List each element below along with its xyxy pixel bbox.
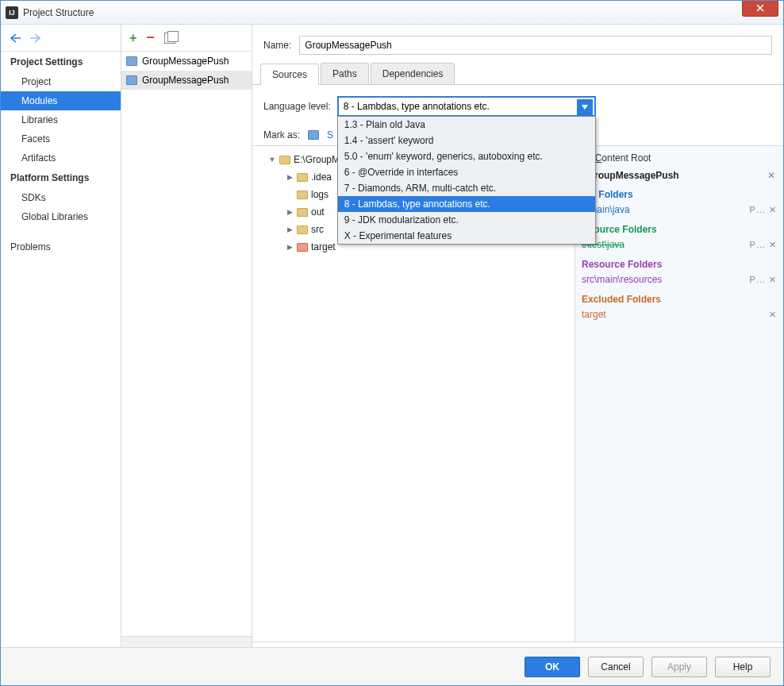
folder-icon <box>297 191 308 199</box>
remove-content-root-icon[interactable]: ✕ <box>766 170 777 181</box>
module-tabs: Sources Paths Dependencies <box>252 63 783 85</box>
resource-folder-path[interactable]: src\main\resources <box>582 274 662 285</box>
module-list-hscroll[interactable] <box>121 636 252 647</box>
sidebar-item-sdks[interactable]: SDKs <box>1 188 121 207</box>
section-platform-settings: Platform Settings <box>1 168 121 188</box>
combo-dropdown-icon[interactable] <box>577 99 593 115</box>
section-project-settings: Project Settings <box>1 52 121 72</box>
folder-icon <box>297 225 308 234</box>
lang-option[interactable]: 1.4 - 'assert' keyword <box>338 133 595 148</box>
app-icon: IJ <box>6 6 18 19</box>
remove-module-icon[interactable]: − <box>146 29 155 46</box>
help-button[interactable]: Help <box>715 657 771 677</box>
tree-twisty-icon[interactable]: ▶ <box>286 173 294 181</box>
test-source-folder-line[interactable]: c\test\java P… ✕ <box>582 238 777 251</box>
resource-folder-line[interactable]: src\main\resources P… ✕ <box>582 273 777 286</box>
sidebar-item-libraries[interactable]: Libraries <box>1 110 121 129</box>
content-root-path: .\GroupMessagePush <box>582 170 679 181</box>
tab-sources[interactable]: Sources <box>260 64 319 85</box>
folder-icon <box>279 156 290 164</box>
tab-paths[interactable]: Paths <box>321 63 369 84</box>
close-button[interactable] <box>742 1 778 17</box>
remove-folder-icon[interactable]: ✕ <box>769 310 777 320</box>
excluded-folder-line[interactable]: target ✕ <box>582 308 777 321</box>
module-item-label: GroupMessagePush <box>142 56 229 67</box>
lang-option-selected[interactable]: 8 - Lambdas, type annotations etc. <box>338 196 595 212</box>
titlebar: IJ Project Structure <box>1 1 783 25</box>
sources-tabpane: Language level: 8 - Lambdas, type annota… <box>252 85 783 647</box>
module-toolbar: + − <box>121 25 252 52</box>
module-item[interactable]: GroupMessagePush <box>121 71 252 90</box>
sidebar-item-facets[interactable]: Facets <box>1 129 121 148</box>
package-prefix-icon[interactable]: P… ✕ <box>750 240 777 250</box>
folder-icon <box>297 208 308 217</box>
project-structure-dialog: IJ Project Structure Project Settings Pr… <box>0 0 784 686</box>
excluded-folder-path[interactable]: target <box>582 309 606 320</box>
sidebar-item-artifacts[interactable]: Artifacts <box>1 148 121 168</box>
forward-arrow-icon[interactable] <box>29 33 40 44</box>
lang-option[interactable]: 1.3 - Plain old Java <box>338 117 595 133</box>
module-icon <box>126 56 137 66</box>
tree-twisty-icon[interactable]: ▶ <box>286 225 294 233</box>
resource-folders-title: Resource Folders <box>582 259 777 270</box>
test-source-folders-title: t Source Folders <box>582 224 777 235</box>
content-root-sidebar: xcluded dd Content Root .\GroupMessagePu… <box>575 146 783 642</box>
back-arrow-icon[interactable] <box>10 33 21 44</box>
add-content-root-link[interactable]: dd Content Root <box>582 152 777 164</box>
ok-button[interactable]: OK <box>525 657 580 677</box>
tree-node-label: .idea <box>311 172 332 183</box>
language-level-dropdown[interactable]: 1.3 - Plain old Java 1.4 - 'assert' keyw… <box>337 116 596 245</box>
apply-button[interactable]: Apply <box>651 657 707 677</box>
tree-twisty-icon[interactable]: ▼ <box>268 156 276 164</box>
tree-node-label: src <box>311 224 324 235</box>
name-label: Name: <box>263 40 291 51</box>
nav-arrows <box>1 25 121 52</box>
tree-root-label: E:\GroupM <box>294 154 340 165</box>
language-level-combo[interactable]: 8 - Lambdas, type annotations etc. 1.3 -… <box>337 96 596 117</box>
mark-as-label: Mark as: <box>263 129 300 141</box>
module-icon <box>126 75 137 85</box>
lang-option[interactable]: 7 - Diamonds, ARM, multi-catch etc. <box>338 180 595 196</box>
package-prefix-icon[interactable]: P… ✕ <box>750 205 777 215</box>
excluded-folder-icon <box>297 243 308 252</box>
module-editor: Name: Sources Paths Dependencies Languag… <box>252 25 783 647</box>
module-list-column: + − GroupMessagePush GroupMessagePush <box>121 25 252 647</box>
tree-node-label: out <box>311 206 325 218</box>
settings-sidebar: Project Settings Project Modules Librari… <box>1 25 121 647</box>
copy-module-icon[interactable] <box>164 33 175 44</box>
lang-option[interactable]: 6 - @Override in interfaces <box>338 164 595 180</box>
module-item[interactable]: GroupMessagePush <box>121 52 252 71</box>
sources-folder-icon[interactable] <box>308 130 319 140</box>
module-item-label: GroupMessagePush <box>142 75 229 86</box>
content-root-line[interactable]: .\GroupMessagePush ✕ <box>582 170 777 181</box>
sidebar-item-modules[interactable]: Modules <box>1 91 121 110</box>
source-folders-title: rce Folders <box>582 189 777 200</box>
lang-option[interactable]: 5.0 - 'enum' keyword, generics, autoboxi… <box>338 148 595 164</box>
excluded-folders-title: Excluded Folders <box>582 294 777 305</box>
lang-option[interactable]: 9 - JDK modularization etc. <box>338 212 595 228</box>
dialog-footer: OK Cancel Apply Help <box>1 647 783 685</box>
sidebar-item-global-libraries[interactable]: Global Libraries <box>1 207 121 226</box>
tree-twisty-icon[interactable]: ▶ <box>286 208 294 216</box>
source-folder-line[interactable]: c\main\java P… ✕ <box>582 203 777 216</box>
language-level-value: 8 - Lambdas, type annotations etc. <box>344 101 490 112</box>
package-prefix-icon[interactable]: P… ✕ <box>750 275 777 285</box>
add-module-icon[interactable]: + <box>129 31 136 45</box>
lang-option[interactable]: X - Experimental features <box>338 228 595 244</box>
sidebar-item-project[interactable]: Project <box>1 72 121 91</box>
module-name-input[interactable] <box>299 36 772 55</box>
tab-dependencies[interactable]: Dependencies <box>371 63 455 84</box>
mark-as-partial[interactable]: S <box>327 129 333 141</box>
tree-twisty-icon[interactable]: ▶ <box>286 243 294 251</box>
tree-node-label: target <box>311 241 336 252</box>
cancel-button[interactable]: Cancel <box>588 657 644 677</box>
module-list[interactable]: GroupMessagePush GroupMessagePush <box>121 52 252 636</box>
tree-node-label: logs <box>311 189 329 200</box>
sidebar-item-problems[interactable]: Problems <box>1 237 121 256</box>
window-title: Project Structure <box>23 7 94 18</box>
language-level-label: Language level: <box>263 101 331 112</box>
folder-icon <box>297 173 308 182</box>
